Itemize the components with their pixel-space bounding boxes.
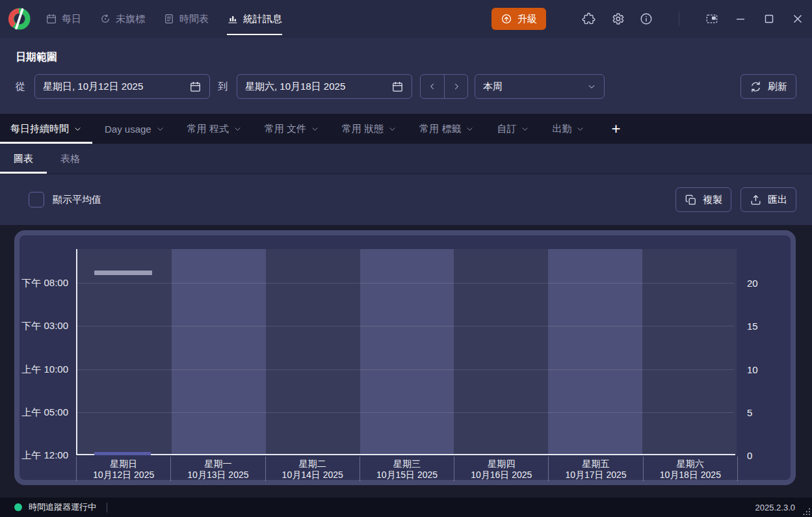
day-axis-labels: 星期日10月12日 2025星期一10月13日 2025星期二10月14日 20… [76,457,738,481]
app-version: 2025.2.3.0 [755,503,795,512]
chevron-down-icon [156,125,164,133]
maximize-icon [765,14,774,23]
gridline [77,326,734,326]
gridline [77,412,734,413]
compact-window-icon [706,14,718,24]
hours-axis-tick-label: 20 [747,278,758,289]
chart-plot-area[interactable] [76,249,735,455]
time-axis-tick-label: 下午 08:00 [21,277,68,289]
weekday-label: 星期六 [644,458,737,470]
add-statistic-tab-button[interactable]: + [601,114,631,144]
from-date-value: 星期日, 10月12日 2025 [43,81,143,93]
stat-tab-attendance[interactable]: 出勤 [542,114,595,144]
stat-tab-top-applications[interactable]: 常用 程式 [177,114,252,144]
stat-tab-day-usage[interactable]: Day usage [94,114,175,144]
app-window: 每日未旗標時間表統計訊息 升級 日期範圍 [0,0,812,517]
upgrade-label: 升級 [517,13,537,25]
minimize-button[interactable] [726,6,755,32]
daily-duration-bar[interactable] [94,452,151,455]
refresh-label: 刷新 [768,81,787,93]
nav-item-label: 未旗標 [116,13,145,25]
stat-tab-top-tags[interactable]: 常用 標籤 [409,114,484,144]
show-average-checkbox[interactable] [29,192,44,207]
puzzle-icon [582,12,596,26]
compact-mode-button[interactable] [698,6,726,32]
date-label: 10月18日 2025 [644,470,737,481]
nav-item-statistics[interactable]: 統計訊息 [227,0,282,38]
week-pager [420,74,468,99]
chart-panel: 下午 08:00下午 03:00上午 10:00上午 05:00上午 12:00… [14,230,796,485]
plugins-button[interactable] [577,7,601,31]
hours-axis-tick-label: 0 [747,450,752,461]
date-label: 10月16日 2025 [454,470,548,481]
weekday-label: 星期二 [266,458,360,470]
stat-tab-label: 常用 狀態 [342,123,384,135]
day-column [77,249,172,454]
view-tab-table[interactable]: 表格 [47,144,94,174]
titlebar: 每日未旗標時間表統計訊息 升級 [0,0,812,38]
weekday-label: 星期日 [77,458,170,470]
nav-item-label: 時間表 [179,13,209,25]
stat-tab-label: 常用 文件 [265,123,306,135]
hours-axis-tick-label: 5 [747,406,752,418]
timesheet-icon [163,13,175,25]
chevron-down-icon [587,82,596,91]
day-label: 星期五10月17日 2025 [549,457,643,481]
day-label: 星期四10月16日 2025 [454,457,549,481]
minimize-icon [736,14,745,23]
day-label: 星期三10月15日 2025 [360,457,454,481]
export-icon [750,194,762,206]
weekday-label: 星期五 [549,458,642,470]
date-label: 10月12日 2025 [77,470,170,481]
stat-tab-daily-duration[interactable]: 每日持續時間 [0,114,92,144]
maximize-button[interactable] [755,6,783,32]
next-week-button[interactable] [444,75,467,98]
stat-tab-custom[interactable]: 自訂 [486,114,540,144]
usage-segment-bar[interactable] [94,271,152,275]
settings-button[interactable] [606,7,629,31]
stat-tab-top-states[interactable]: 常用 狀態 [332,114,407,144]
from-date-field[interactable]: 星期日, 10月12日 2025 [34,74,210,99]
nav-item-unflagged[interactable]: 未旗標 [99,0,145,38]
refresh-button[interactable]: 刷新 [740,74,796,99]
resize-grip-icon[interactable] [802,507,811,516]
stat-tab-label: 出勤 [552,123,571,135]
to-date-field[interactable]: 星期六, 10月18日 2025 [237,74,412,99]
hours-axis-labels: 20151050 [742,249,781,455]
upgrade-arrow-icon [501,13,512,25]
previous-week-button[interactable] [421,75,444,98]
chevron-down-icon [465,125,474,133]
top-navigation: 每日未旗標時間表統計訊息 [36,0,291,38]
day-column [548,249,642,454]
date-preset-select[interactable]: 本周 [475,74,605,99]
titlebar-divider [679,12,679,26]
calendar-icon [189,81,202,93]
date-label: 10月17日 2025 [549,470,642,481]
time-axis-tick-label: 上午 10:00 [21,363,68,375]
copy-label: 複製 [703,194,722,206]
upgrade-button[interactable]: 升級 [491,8,546,30]
day-column [454,249,548,454]
nav-item-daily[interactable]: 每日 [46,0,81,38]
view-tab-chart[interactable]: 圖表 [0,144,47,174]
stat-tab-label: 常用 標籤 [419,123,461,135]
stat-tab-top-documents[interactable]: 常用 文件 [254,114,330,144]
chevron-down-icon [576,125,584,133]
hours-axis-tick-label: 15 [747,321,758,332]
export-button[interactable]: 匯出 [740,187,796,212]
about-button[interactable] [635,7,658,31]
nav-item-timesheet[interactable]: 時間表 [163,0,209,38]
chart-region: 下午 08:00下午 03:00上午 10:00上午 05:00上午 12:00… [0,225,812,497]
day-label: 星期日10月12日 2025 [76,457,171,481]
refresh-icon [750,81,762,93]
nav-item-label: 統計訊息 [243,13,282,25]
day-label: 星期一10月13日 2025 [171,457,265,481]
date-range-title: 日期範圍 [16,51,796,64]
chevron-down-icon [311,125,319,133]
copy-button[interactable]: 複製 [675,187,731,212]
date-label: 10月15日 2025 [360,470,454,481]
chevron-right-icon [452,82,461,91]
timer-icon [99,13,111,25]
close-button[interactable] [783,6,812,32]
view-tabs: 圖表表格 [0,144,812,174]
